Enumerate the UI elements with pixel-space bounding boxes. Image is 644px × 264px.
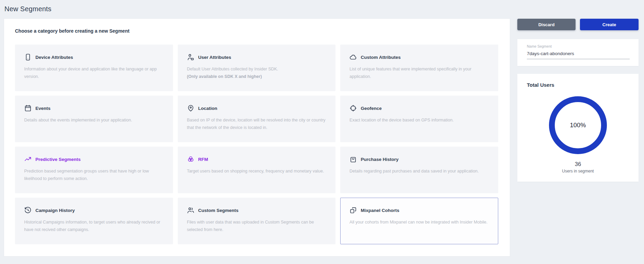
create-button[interactable]: Create <box>580 19 639 30</box>
device-icon <box>24 53 32 61</box>
category-description: Information about your device and applic… <box>24 66 164 81</box>
category-card-rfm[interactable]: RFMTarget users based on shopping recenc… <box>178 147 336 193</box>
location-pin-icon <box>187 104 194 112</box>
category-card-mixpanel-cohorts[interactable]: Mixpanel CohortsAll your cohorts from Mi… <box>340 198 498 244</box>
venn-diagram-icon <box>187 155 194 163</box>
category-panel: Choose a category before creating a new … <box>4 18 510 257</box>
category-description: Details about the events implemented in … <box>24 117 164 124</box>
linked-squares-icon <box>349 207 357 214</box>
discard-button[interactable]: Discard <box>517 19 576 30</box>
category-description: All your cohorts from Mixpanel can now b… <box>349 219 489 226</box>
total-users-title: Total Users <box>527 82 629 88</box>
category-card-header: Predictive Segments <box>24 155 164 163</box>
category-card-user-attributes[interactable]: User AttributesDefault User Attributes c… <box>178 45 336 91</box>
category-card-header: Custom Segments <box>187 207 327 214</box>
users-count: 36 <box>517 161 639 167</box>
category-description: Details regarding past purchases and dat… <box>349 168 489 175</box>
category-title: Events <box>35 106 50 111</box>
category-title: Campaign History <box>35 208 75 213</box>
geofence-target-icon <box>349 104 357 112</box>
name-segment-label: Name Segment <box>527 44 629 48</box>
user-card-icon <box>187 53 194 61</box>
category-card-header: RFM <box>187 155 327 163</box>
category-card-campaign-history[interactable]: Campaign HistoryHistorical Campaigns inf… <box>15 198 173 244</box>
category-card-events[interactable]: EventsDetails about the events implement… <box>15 96 173 142</box>
category-title: Predictive Segments <box>35 157 81 162</box>
category-card-purchase-history[interactable]: Purchase HistoryDetails regarding past p… <box>340 147 498 193</box>
category-card-custom-segments[interactable]: Custom SegmentsFiles with user data that… <box>178 198 336 244</box>
users-group-icon <box>187 207 194 214</box>
category-description: Based on IP of the device, location will… <box>187 117 327 132</box>
category-description: Exact location of the device based on GP… <box>349 117 489 124</box>
category-card-location[interactable]: LocationBased on IP of the device, locat… <box>178 96 336 142</box>
history-clock-icon <box>24 207 32 214</box>
category-card-header: Events <box>24 104 164 112</box>
calendar-icon <box>24 104 32 112</box>
category-title: User Attributes <box>198 55 231 60</box>
category-title: Custom Attributes <box>361 55 400 60</box>
panel-subtitle: Choose a category before creating a new … <box>15 28 129 34</box>
name-segment-card: Name Segment <box>517 39 639 66</box>
category-grid: Device AttributesInformation about your … <box>15 45 498 244</box>
category-card-header: Mixpanel Cohorts <box>349 207 489 214</box>
category-card-header: Custom Attributes <box>349 53 489 61</box>
total-users-card: Total Users 100% 36 Users in segment <box>517 74 639 182</box>
category-card-header: User Attributes <box>187 53 327 61</box>
shopping-bag-icon <box>349 155 357 163</box>
page-title: New Segments <box>4 5 51 13</box>
category-description: Prediction based segmentation groups use… <box>24 168 164 183</box>
category-title: Custom Segments <box>198 208 239 213</box>
category-title: Mixpanel Cohorts <box>361 208 399 213</box>
category-card-header: Device Attributes <box>24 53 164 61</box>
category-description: Historical Campaigns information, to tar… <box>24 219 164 234</box>
category-card-predictive-segments[interactable]: Predictive SegmentsPrediction based segm… <box>15 147 173 193</box>
category-description: Files with user data that was uploaded i… <box>187 219 327 234</box>
category-title: RFM <box>198 157 208 162</box>
category-title: Location <box>198 106 217 111</box>
category-description: Default User Attributes collected by Ins… <box>187 66 327 81</box>
donut-percent-label: 100% <box>570 122 586 129</box>
category-title: Device Attributes <box>35 55 73 60</box>
category-description: Target users based on shopping recency, … <box>187 168 327 175</box>
category-card-header: Campaign History <box>24 207 164 214</box>
total-users-donut-chart: 100% <box>549 96 607 154</box>
cloud-icon <box>349 53 357 61</box>
category-card-custom-attributes[interactable]: Custom AttributesList of unique features… <box>340 45 498 91</box>
category-title: Geofence <box>361 106 382 111</box>
trend-arrow-icon <box>24 155 32 163</box>
category-card-header: Purchase History <box>349 155 489 163</box>
category-card-device-attributes[interactable]: Device AttributesInformation about your … <box>15 45 173 91</box>
category-card-header: Location <box>187 104 327 112</box>
category-card-geofence[interactable]: GeofenceExact location of the device bas… <box>340 96 498 142</box>
category-description: List of unique features that were implem… <box>349 66 489 81</box>
users-count-caption: Users in segment <box>517 169 639 174</box>
name-segment-input[interactable] <box>527 51 630 59</box>
new-segments-page: { "header": { "title": "New Segments" },… <box>0 0 644 264</box>
category-title: Purchase History <box>361 157 398 162</box>
category-card-header: Geofence <box>349 104 489 112</box>
